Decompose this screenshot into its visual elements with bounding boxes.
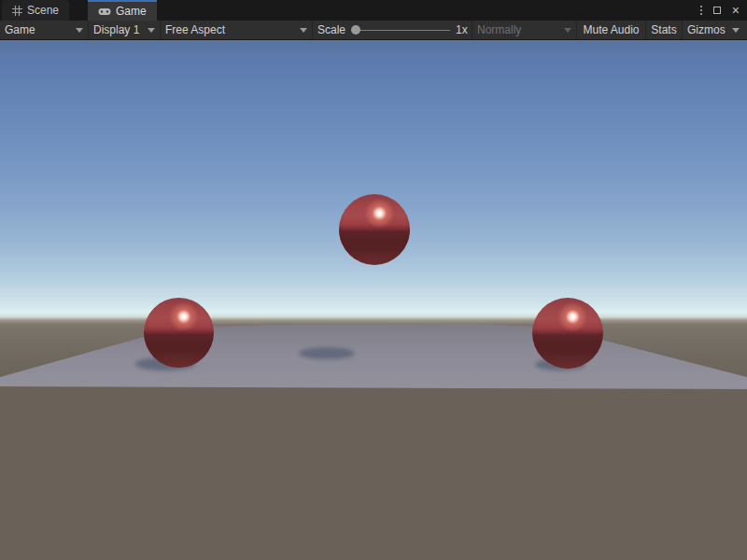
tab-scene-label: Scene xyxy=(27,4,59,17)
chevron-down-icon xyxy=(148,28,155,33)
gamepad-icon xyxy=(98,7,111,16)
mute-audio-label: Mute Audio xyxy=(583,23,639,36)
editor-tab-bar: Scene Game × xyxy=(0,0,747,21)
scale-control: Scale 1x xyxy=(313,21,472,39)
contact-shadow-center xyxy=(299,347,355,359)
mute-audio-button[interactable]: Mute Audio xyxy=(577,21,646,39)
game-menu-label: Game xyxy=(5,23,70,36)
display-label: Display 1 xyxy=(93,23,142,36)
scale-slider[interactable] xyxy=(351,21,450,40)
gizmos-dropdown[interactable]: Gizmos xyxy=(683,21,747,39)
game-viewport[interactable] xyxy=(0,40,747,560)
slider-knob[interactable] xyxy=(351,25,360,35)
game-view-toolbar: Game Display 1 Free Aspect Scale 1x Norm… xyxy=(0,21,747,40)
tab-game-label: Game xyxy=(116,5,147,18)
tab-game[interactable]: Game xyxy=(88,0,157,21)
scale-label: Scale xyxy=(317,23,345,36)
ground-platform xyxy=(0,40,747,560)
scale-value: 1x xyxy=(456,23,468,36)
tab-scene[interactable]: Scene xyxy=(2,0,69,21)
maximize-icon[interactable] xyxy=(713,7,721,14)
play-focus-label: Normally xyxy=(477,23,558,36)
gizmos-label: Gizmos xyxy=(687,23,726,36)
grid-icon xyxy=(12,6,22,16)
game-menu-dropdown[interactable]: Game xyxy=(0,21,89,39)
red-sphere-left xyxy=(144,298,214,368)
window-controls: × xyxy=(700,0,747,21)
chevron-down-icon xyxy=(300,28,307,33)
chevron-down-icon xyxy=(732,28,740,33)
close-icon[interactable]: × xyxy=(732,4,740,17)
chevron-down-icon xyxy=(76,28,83,33)
play-focus-dropdown[interactable]: Normally xyxy=(472,21,577,39)
aspect-ratio-dropdown[interactable]: Free Aspect xyxy=(161,21,313,39)
aspect-label: Free Aspect xyxy=(165,23,294,36)
red-sphere-airborne xyxy=(339,194,410,265)
slider-track[interactable] xyxy=(351,30,450,32)
stats-button[interactable]: Stats xyxy=(646,21,683,39)
chevron-down-icon xyxy=(564,28,571,33)
stats-label: Stats xyxy=(651,23,676,36)
red-sphere-right xyxy=(532,298,603,369)
kebab-menu-icon[interactable] xyxy=(700,6,702,15)
display-dropdown[interactable]: Display 1 xyxy=(89,21,161,39)
